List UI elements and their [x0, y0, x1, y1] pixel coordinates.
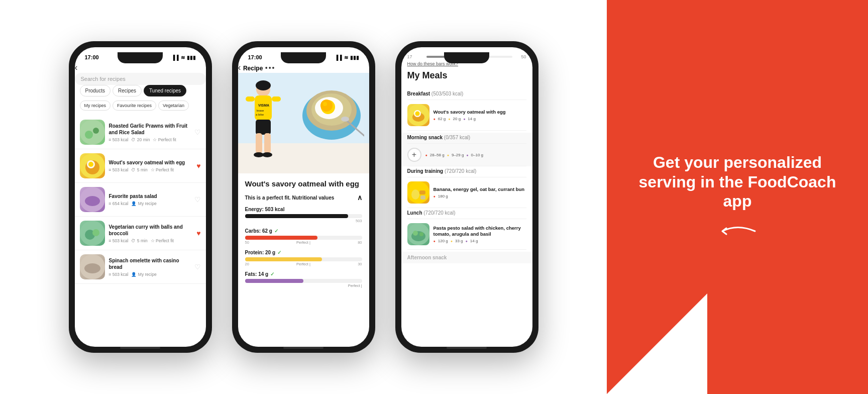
- svg-rect-34: [256, 133, 262, 153]
- filter-bar: My recipes Favourite recipes Vegetarian: [75, 101, 206, 111]
- recipe-list: Roasted Garlic Prawns with Fruit and Ric…: [75, 116, 206, 284]
- recipe-thumb-5: [80, 254, 105, 279]
- recipe-meta-5: ≡ 503 kcal👤 My recipe: [109, 272, 190, 277]
- svg-rect-44: [419, 190, 425, 194]
- phone-2: 17:00 ▐▐≋▮▮▮ ‹ Recipe •••: [232, 41, 375, 353]
- svg-rect-31: [246, 96, 255, 102]
- training-macros: ●180 g: [433, 194, 526, 199]
- slider-num-right: 50: [516, 54, 526, 59]
- filter-my-recipes[interactable]: My recipes: [80, 101, 111, 111]
- tab-products[interactable]: Products: [80, 85, 111, 96]
- recipe-meta-1: ≡ 503 kcal⏱ 20 min☆ Perfect fit: [109, 137, 190, 142]
- how-bars-link[interactable]: How do these bars work?: [407, 61, 526, 66]
- breakfast-info: Wout's savory oatmeal with egg ●62 g ●20…: [433, 109, 526, 121]
- perfect-fit-header: This is a perfect fit. Nutritional value…: [245, 193, 362, 202]
- svg-point-13: [84, 263, 100, 273]
- protein-bar-labels: 20Perfect |30: [245, 262, 362, 266]
- snack-add-item[interactable]: + ●28–58 g ●9–29 g ●0–10 g: [407, 144, 526, 166]
- energy-label: Energy: 503 kcal: [245, 207, 362, 212]
- heart-icon-3[interactable]: ♡: [194, 195, 201, 204]
- perfect-fit-text: This is a perfect fit. Nutritional value…: [245, 195, 335, 201]
- recipe-name-2: Wout's savory oatmeal with egg: [109, 159, 193, 166]
- recipe-thumb-4: [80, 221, 105, 246]
- svg-point-21: [320, 100, 333, 112]
- nutrient-energy: Energy: 503 kcal 503: [245, 207, 362, 223]
- meal-section-snack: Morning snack (0/357 kcal) + ●28–58 g ●9…: [401, 133, 532, 166]
- filter-vegetarian[interactable]: Vegetarian: [158, 101, 189, 111]
- training-meal-name: Banana, energy gel, oat bar, currant bun: [433, 186, 526, 192]
- lunch-info: Pasta pesto salad with chicken, cherry t…: [433, 225, 526, 244]
- tab-recipes[interactable]: Recipes: [113, 85, 142, 96]
- time-1: 17:00: [85, 54, 99, 60]
- svg-point-1: [85, 131, 93, 139]
- heart-icon-1[interactable]: ♡: [194, 128, 201, 136]
- home-bar-1: [120, 347, 160, 349]
- lunch-meal-name: Pasta pesto salad with chicken, cherry t…: [433, 225, 526, 238]
- recipe-detail-content: Wout's savory oatmeal with egg This is a…: [238, 173, 369, 299]
- home-bar-3: [447, 347, 487, 349]
- recipe-info-5: Spinach omelette with casino bread ≡ 503…: [109, 257, 190, 277]
- recipe-info-2: Wout's savory oatmeal with egg ≡ 503 kca…: [109, 159, 193, 172]
- breakfast-macros: ●62 g ●20 g ●14 g: [433, 117, 526, 121]
- recipe-name-5: Spinach omelette with casino bread: [109, 257, 190, 270]
- training-header: During training (720/720 kcal): [407, 166, 526, 177]
- more-button[interactable]: •••: [265, 64, 276, 72]
- carbs-bar-labels: 50Perfect |80: [245, 240, 362, 245]
- main-layout: 17:00 ▐▐≋▮▮▮ ‹ Search for recipes Produc…: [0, 0, 607, 394]
- training-thumb: [407, 181, 429, 204]
- recipe-item-3[interactable]: Favorite pasta salad ≡ 654 kcal👤 My reci…: [75, 183, 206, 217]
- carbs-bar-fill: [245, 236, 317, 240]
- breakfast-meal-name: Wout's savory oatmeal with egg: [433, 109, 526, 115]
- svg-point-6: [88, 162, 93, 167]
- meal-section-lunch: Lunch (720/720 kcal) Pasta pesto salad w…: [401, 208, 532, 250]
- svg-rect-35: [264, 133, 271, 153]
- protein-bar-fill: [245, 257, 322, 261]
- my-meals-title: My Meals: [407, 70, 526, 81]
- back-button-2[interactable]: ‹: [238, 62, 241, 72]
- recipe-item-2[interactable]: Wout's savory oatmeal with egg ≡ 503 kca…: [75, 149, 206, 183]
- search-placeholder: Search for recipes: [81, 76, 126, 82]
- recipe-name-4: Vegetarian curry with balls and broccoli: [109, 224, 193, 237]
- svg-point-26: [256, 80, 271, 90]
- recipe-item-5[interactable]: Spinach omelette with casino bread ≡ 503…: [75, 250, 206, 284]
- svg-rect-45: [420, 195, 425, 200]
- heart-icon-4[interactable]: ♥: [196, 229, 200, 237]
- recipe-item-1[interactable]: Roasted Garlic Prawns with Fruit and Ric…: [75, 116, 206, 149]
- lunch-macros: ●120 g ●33 g ●14 g: [433, 239, 526, 243]
- breakfast-item-1[interactable]: Wout's savory oatmeal with egg ●62 g ●20…: [407, 100, 526, 131]
- arrow-icon: [717, 221, 757, 241]
- add-meal-button[interactable]: +: [407, 148, 421, 162]
- filter-favourite[interactable]: Favourite recipes: [113, 101, 156, 111]
- recipe-info-4: Vegetarian curry with balls and broccoli…: [109, 224, 193, 243]
- recipe-hero: VISMA lease a bike: [238, 73, 369, 173]
- protein-bar: [245, 257, 362, 261]
- time-2: 17:00: [248, 54, 262, 60]
- svg-text:a bike: a bike: [256, 113, 264, 116]
- fats-label: Fats: 14 g ✓: [245, 271, 362, 277]
- training-item-1[interactable]: Banana, energy gel, oat bar, currant bun…: [407, 177, 526, 208]
- snack-macros: ●28–58 g ●9–29 g ●0–10 g: [425, 153, 526, 157]
- training-info: Banana, energy gel, oat bar, currant bun…: [433, 186, 526, 199]
- search-bar-1[interactable]: Search for recipes: [75, 73, 206, 85]
- tab-tuned-recipes[interactable]: Tuned recipes: [144, 85, 186, 96]
- heart-icon-2[interactable]: ♥: [196, 162, 200, 170]
- energy-bar-fill: [245, 214, 348, 218]
- afternoon-header: Afternoon snack: [407, 255, 526, 260]
- status-icons-1: ▐▐≋▮▮▮: [171, 55, 195, 60]
- lunch-item-1[interactable]: Pasta pesto salad with chicken, cherry t…: [407, 219, 526, 250]
- svg-rect-27: [255, 95, 272, 121]
- recipe-detail-title: Wout's savory oatmeal with egg: [245, 179, 362, 188]
- promo-heading: Get your personalized serving in the Foo…: [627, 153, 848, 211]
- top-slider-area: 17 50: [401, 47, 532, 61]
- back-button-1[interactable]: ‹: [75, 62, 78, 72]
- heart-icon-5[interactable]: ♡: [194, 263, 201, 271]
- phone-1: 17:00 ▐▐≋▮▮▮ ‹ Search for recipes Produc…: [69, 41, 212, 353]
- recipe-info-3: Favorite pasta salad ≡ 654 kcal👤 My reci…: [109, 193, 190, 206]
- how-bars-area: How do these bars work? My Meals: [401, 61, 532, 89]
- svg-rect-33: [256, 120, 271, 135]
- svg-point-2: [93, 128, 99, 134]
- nutrient-fats: Fats: 14 g ✓ Perfect |: [245, 271, 362, 288]
- recipe-item-4[interactable]: Vegetarian curry with balls and broccoli…: [75, 217, 206, 250]
- collapse-icon[interactable]: ∧: [357, 193, 362, 202]
- lunch-header: Lunch (720/720 kcal): [407, 208, 526, 219]
